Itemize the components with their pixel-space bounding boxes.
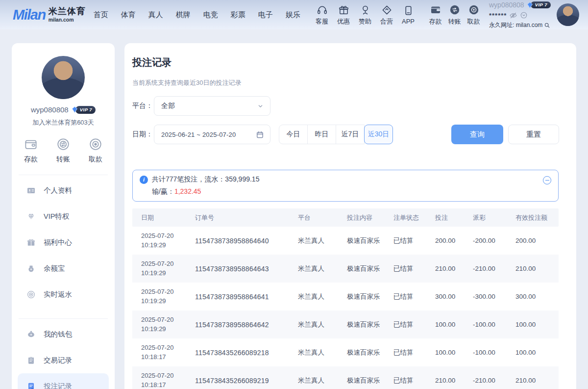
bet-amount-cell: 300.00	[435, 293, 473, 300]
sidebar-item-vip[interactable]: VIP特权	[18, 204, 109, 230]
content-cell: 极速百家乐	[347, 292, 393, 301]
sidebar-item-profile[interactable]: 个人资料	[18, 178, 109, 204]
avatar[interactable]	[557, 3, 579, 26]
sidebar-item-bet-records[interactable]: 投注记录	[18, 373, 109, 389]
nav-slots[interactable]: 电子	[258, 10, 273, 20]
nav-lottery[interactable]: 彩票	[231, 10, 245, 20]
platform-select[interactable]: 全部	[154, 96, 270, 116]
collapse-minus-icon[interactable]	[543, 176, 551, 184]
order-number: 1154738738958864642	[195, 321, 298, 329]
table-row: 2025-07-2010:18:17 1154738435266089219 米…	[132, 366, 559, 389]
sidebar-item-welfare[interactable]: 福利中心	[18, 230, 109, 256]
platform-cell: 米兰真人	[298, 348, 347, 357]
platform-filter-row: 平台： 全部	[132, 96, 559, 116]
sidebar-item-rebate[interactable]: 实时返水	[18, 282, 109, 308]
nav-esports[interactable]: 电竞	[203, 10, 218, 20]
bet-records-table: 日期 订单号 平台 投注内容 注单状态 投注 派彩 有效投注额 2025-07-…	[132, 208, 559, 389]
sidebar-item-yuebao[interactable]: 余额宝	[18, 256, 109, 282]
deposit-button[interactable]: 存款	[24, 137, 38, 164]
vip-level-label: VIP 7	[75, 106, 96, 114]
range-30days-button[interactable]: 近30日	[364, 125, 393, 144]
info-icon: i	[140, 176, 148, 184]
sidebar-menu-primary: 个人资料 VIP特权 福利中心 余额宝 实时返水	[12, 178, 115, 308]
query-button[interactable]: 查询	[451, 125, 503, 144]
withdraw-icon	[468, 4, 480, 16]
valid-amount-cell: 200.00	[515, 237, 559, 244]
eye-off-icon[interactable]	[509, 11, 517, 20]
vip-badge: VIP 7	[526, 1, 551, 9]
id-card-icon	[26, 186, 36, 195]
user-info: wyp080808 VIP 7 ****** 永久网址: milan.com	[489, 1, 552, 28]
col-order: 订单号	[195, 213, 298, 222]
col-bet: 投注	[435, 213, 473, 222]
nav-home[interactable]: 首页	[94, 10, 108, 20]
order-number: 1154738435266089218	[195, 349, 298, 357]
range-7days-button[interactable]: 近7日	[336, 125, 365, 144]
nav-cards[interactable]: 棋牌	[176, 10, 191, 20]
platform-cell: 米兰真人	[298, 320, 347, 329]
range-today-button[interactable]: 今日	[279, 125, 308, 144]
app-download-button[interactable]: APP	[397, 4, 419, 25]
trophy-icon	[360, 4, 371, 16]
magnifier-icon[interactable]	[544, 22, 550, 28]
table-row: 2025-07-2010:19:29 1154738738958864642 米…	[132, 311, 559, 338]
permanent-url-label: 永久网址: milan.com	[489, 22, 542, 28]
col-date: 日期	[141, 213, 195, 222]
quick-range-group: 今日 昨日 近7日 近30日	[279, 125, 393, 144]
order-number: 1154738738958864640	[195, 237, 298, 245]
promotions-button[interactable]: 优惠	[333, 4, 354, 26]
avatar-photo	[42, 56, 85, 99]
content-cell: 极速百家乐	[347, 320, 393, 329]
valid-amount-cell: 210.00	[515, 377, 559, 384]
partnership-button[interactable]: 合营	[376, 4, 397, 26]
range-yesterday-button[interactable]: 昨日	[307, 125, 336, 144]
platform-cell: 米兰真人	[298, 292, 347, 301]
site-logo[interactable]: Milan 米兰体育 milan.com	[13, 7, 86, 23]
bet-amount-cell: 100.00	[435, 349, 473, 356]
header-username[interactable]: wyp080808	[489, 1, 524, 8]
status-cell: 已结算	[393, 320, 435, 329]
date-label: 日期：	[132, 130, 154, 139]
withdraw-button[interactable]: 取款	[88, 137, 103, 164]
card-icon	[381, 4, 392, 16]
transfer-button[interactable]: 转账	[56, 137, 71, 164]
divider	[19, 175, 108, 175]
masked-balance: ******	[489, 12, 507, 19]
diamond-icon	[26, 212, 36, 221]
transfer-button[interactable]: 转账	[445, 4, 464, 26]
col-platform: 平台	[298, 213, 347, 222]
status-cell: 已结算	[393, 264, 435, 273]
withdraw-button[interactable]: 取款	[464, 4, 483, 26]
date-range-input[interactable]: 2025-06-21 ~ 2025-07-20	[154, 125, 270, 144]
piggy-bank-icon	[26, 330, 36, 339]
bet-amount-cell: 210.00	[435, 377, 473, 384]
nav-sports[interactable]: 体育	[121, 10, 136, 20]
avatar[interactable]	[42, 56, 85, 99]
valid-amount-cell: 100.00	[515, 321, 559, 328]
sidebar-item-transaction-records[interactable]: 交易记录	[18, 347, 109, 373]
date-filter-row: 日期： 2025-06-21 ~ 2025-07-20 今日 昨日 近7日 近3…	[132, 125, 559, 144]
payout-cell: -100.00	[473, 349, 515, 356]
top-bar: Milan 米兰体育 milan.com 首页 体育 真人 棋牌 电竞 彩票 电…	[0, 0, 588, 29]
chevron-down-circle-icon[interactable]	[520, 11, 528, 19]
platform-cell: 米兰真人	[298, 236, 347, 245]
nav-entertainment[interactable]: 娱乐	[286, 10, 300, 20]
content-cell: 极速百家乐	[347, 264, 393, 273]
withdraw-icon	[88, 137, 103, 152]
sidebar-menu-secondary: 我的钱包 交易记录 投注记录	[12, 321, 115, 389]
content-cell: 极速百家乐	[347, 236, 393, 245]
customer-service-button[interactable]: 客服	[311, 4, 333, 26]
valid-amount-cell: 210.00	[515, 265, 559, 272]
status-cell: 已结算	[393, 348, 435, 357]
content-cell: 极速百家乐	[347, 348, 393, 357]
deposit-button[interactable]: 存款	[426, 4, 445, 26]
sponsorship-button[interactable]: 赞助	[354, 4, 376, 26]
sidebar-item-my-wallet[interactable]: 我的钱包	[18, 321, 109, 347]
platform-selected-value: 全部	[161, 102, 257, 110]
reset-button[interactable]: 重置	[508, 125, 559, 144]
chevron-down-icon	[257, 103, 264, 110]
bet-amount-cell: 100.00	[435, 321, 473, 328]
nav-live[interactable]: 真人	[148, 10, 163, 20]
logo-domain: milan.com	[49, 17, 86, 23]
status-cell: 已结算	[393, 292, 435, 301]
